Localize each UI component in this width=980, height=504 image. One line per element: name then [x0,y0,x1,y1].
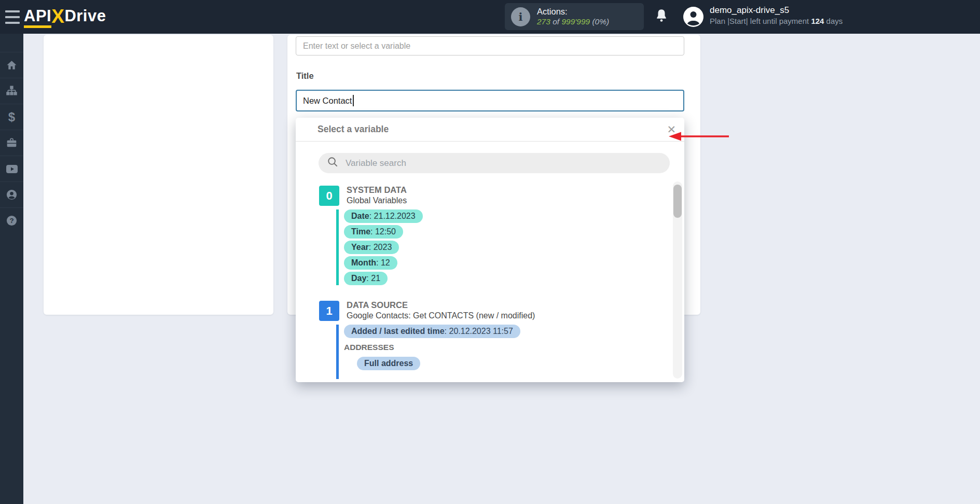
sidebar-item-connections[interactable] [0,78,23,104]
sidebar-item-home[interactable] [0,52,23,78]
actions-counter[interactable]: i Actions: 273 of 999'999 (0%) [505,3,644,30]
variable-chip-added-time[interactable]: Added / last edited time: 20.12.2023 11:… [344,325,520,338]
title-field-input[interactable]: New Contact [296,90,684,111]
settings-panel-left [44,35,273,315]
actions-label: Actions: [537,7,609,17]
dollar-icon: $ [8,110,15,124]
group-badge: 1 [319,301,339,321]
search-icon [327,156,339,170]
user-icon [6,189,18,201]
actions-usage: 273 of 999'999 (0%) [537,17,609,26]
group-chips: Added / last edited time: 20.12.2023 11:… [336,325,667,379]
popup-scrollbar-thumb[interactable] [673,185,682,218]
help-icon: ? [6,215,18,227]
group-subtitle: Global Variables [347,195,407,206]
variable-chip-date[interactable]: Date: 21.12.2023 [344,209,423,223]
text-cursor [353,95,354,106]
bell-icon[interactable] [653,7,670,26]
variable-text-input[interactable] [296,36,684,55]
group-chips: Date: 21.12.2023 Time: 12:50 Year: 2023 … [336,209,667,285]
logo-drive: Drive [64,7,106,25]
group-subtitle: Google Contacts: Get CONTACTS (new / mod… [347,310,535,321]
select-variable-popup: Select a variable ✕ 0 SYSTEM DATA Global… [296,118,684,382]
group-system-data: 0 SYSTEM DATA Global Variables [319,186,667,206]
section-label-addresses: ADDRESSES [344,343,667,352]
apixdrive-logo[interactable]: APIXDrive [24,6,106,27]
briefcase-icon [6,137,18,149]
info-icon: i [511,7,530,26]
variable-search[interactable] [319,153,670,173]
logo-api: API [24,7,51,28]
user-info[interactable]: demo_apix-drive_s5 Plan |Start| left unt… [710,5,843,26]
title-field-label: Title [296,71,314,81]
youtube-icon [6,164,18,174]
logo-x: X [51,6,64,27]
sidebar-item-help[interactable]: ? [0,207,23,233]
group-data-source: 1 DATA SOURCE Google Contacts: Get CONTA… [319,301,667,321]
group-badge: 0 [319,186,339,206]
user-name: demo_apix-drive_s5 [710,5,843,16]
popup-title: Select a variable [318,124,389,135]
variable-list: 0 SYSTEM DATA Global Variables Date: 21.… [319,186,667,379]
variable-chip-full-address[interactable]: Full address [357,357,420,370]
user-plan: Plan |Start| left until payment 124 days [710,16,843,26]
sidebar-item-account[interactable] [0,181,23,207]
variable-chip-day[interactable]: Day: 21 [344,272,388,285]
title-field-value: New Contact [303,96,352,106]
group-name: SYSTEM DATA [347,185,407,195]
sidebar-item-services[interactable] [0,130,23,156]
variable-chip-year[interactable]: Year: 2023 [344,241,399,254]
group-name: DATA SOURCE [347,300,535,310]
menu-hamburger-icon[interactable] [5,10,21,24]
home-icon [6,59,18,71]
sitemap-icon [6,85,18,97]
red-arrow-annotation [662,130,735,143]
sidebar-item-video-tutorials[interactable] [0,156,23,181]
app-header: APIXDrive i Actions: 273 of 999'999 (0%)… [0,0,980,34]
popup-scrollbar-track [673,181,682,379]
avatar[interactable] [683,6,704,27]
svg-text:?: ? [9,217,13,225]
variable-chip-month[interactable]: Month: 12 [344,256,397,270]
variable-search-input[interactable] [346,158,636,169]
sidebar-item-payments[interactable]: $ [0,104,23,130]
sidebar-nav: $ ? [0,34,23,504]
variable-chip-time[interactable]: Time: 12:50 [344,225,403,239]
popup-header: Select a variable ✕ [296,118,684,142]
